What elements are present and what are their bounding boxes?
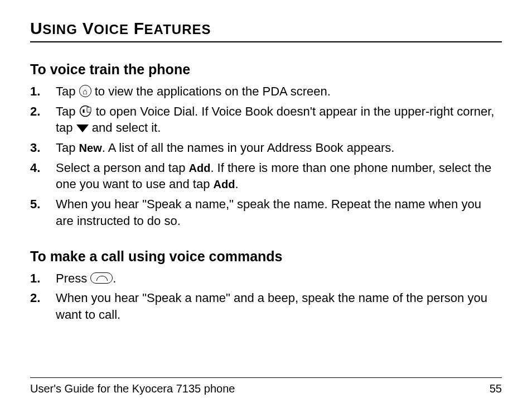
step-item: Tap to view the applications on the PDA … [30, 83, 502, 100]
page-title: USING VOICE FEATURES [30, 19, 502, 42]
step-item: Tap New. A list of all the names in your… [30, 140, 502, 156]
ui-label-add: Add [214, 178, 235, 190]
step-item: Tap ♪ to open Voice Dial. If Voice Book … [30, 103, 502, 136]
call-key-icon [90, 272, 113, 284]
svg-rect-1 [83, 109, 84, 113]
steps-voice-call: Press . When you hear "Speak a name" and… [30, 270, 502, 327]
step-item: When you hear "Speak a name" and a beep,… [30, 290, 502, 323]
step-item: Press . [30, 270, 502, 287]
section-heading-voice-call: To make a call using voice commands [30, 248, 502, 265]
ui-label-add: Add [189, 162, 211, 174]
page-footer: User's Guide for the Kyocera 7135 phone … [30, 377, 502, 395]
home-icon [79, 85, 91, 97]
ui-label-new: New [79, 142, 102, 154]
footer-doc-title: User's Guide for the Kyocera 7135 phone [30, 382, 235, 395]
voice-dial-icon: ♪ [79, 105, 93, 117]
steps-voice-train: Tap to view the applications on the PDA … [30, 83, 502, 233]
step-item: Select a person and tap Add. If there is… [30, 160, 502, 193]
section-heading-voice-train: To voice train the phone [30, 61, 502, 78]
step-item: When you hear "Speak a name," speak the … [30, 196, 502, 229]
dropdown-triangle-icon [76, 124, 89, 132]
footer-page-number: 55 [490, 382, 502, 395]
